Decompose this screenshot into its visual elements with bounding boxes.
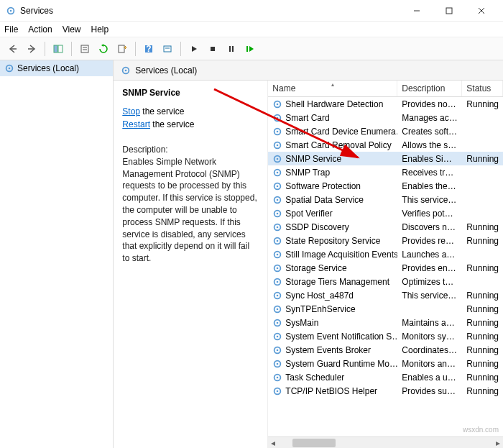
svg-point-49 [277,253,279,255]
svg-point-33 [277,144,279,146]
service-name: SSDP Discovery [285,222,349,232]
toolbar-separator [45,42,45,56]
service-row[interactable]: Smart Card Device Enumera…Creates soft… [268,124,503,138]
tree-root-node[interactable]: Services (Local) [0,60,113,76]
service-name: System Events Broker [285,345,371,355]
svg-point-53 [277,280,279,283]
service-name: SynTPEnhService [285,304,355,314]
service-row[interactable]: SysMainMaintains a…Running [268,316,503,329]
restart-button[interactable] [241,40,259,58]
svg-rect-18 [211,47,215,51]
svg-point-23 [9,68,11,70]
service-icon [272,291,282,301]
toolbar: ? [0,37,503,60]
service-row[interactable]: Smart CardManages ac… [268,111,503,124]
svg-rect-19 [229,46,231,52]
service-row[interactable]: Spot VerifierVerifies pote… [268,206,503,220]
service-status: Running [462,99,503,109]
svg-point-45 [277,226,279,228]
service-status: Running [462,332,503,342]
svg-point-29 [277,116,279,119]
service-row[interactable]: Still Image Acquisition EventsLaunches a… [268,247,503,261]
svg-rect-20 [232,46,234,52]
service-status: Running [462,345,503,355]
service-row[interactable]: SynTPEnhServiceRunning [268,302,503,316]
selected-service-title: SNMP Service [122,88,259,98]
service-row[interactable]: Storage ServiceProvides en…Running [268,261,503,275]
svg-point-25 [125,69,127,71]
service-desc: Monitors an… [397,359,462,369]
svg-point-65 [277,362,279,365]
service-row[interactable]: System Guard Runtime Mo…Monitors an…Runn… [268,357,503,370]
stop-button[interactable] [204,40,221,58]
export-button[interactable] [114,40,131,58]
service-status: Running [462,372,503,383]
service-row[interactable]: System Event Notification S…Monitors sy…… [268,329,503,343]
service-icon [272,222,282,232]
menu-help[interactable]: Help [91,24,109,35]
service-name: Spatial Data Service [285,195,364,205]
menu-view[interactable]: View [63,24,81,35]
service-desc: Enables the … [397,181,462,191]
svg-point-39 [277,185,279,187]
service-name: SNMP Service [285,154,341,164]
maximize-button[interactable] [433,0,465,22]
service-row[interactable]: Software ProtectionEnables the … [268,179,503,193]
refresh-button[interactable] [95,40,112,58]
service-row[interactable]: Sync Host_a487dThis service …Running [268,288,503,302]
service-row[interactable]: SNMP TrapReceives tra… [268,165,503,179]
horizontal-scrollbar[interactable]: ◂ ▸ [268,436,503,448]
service-name: Still Image Acquisition Events [285,250,397,260]
service-row[interactable]: Shell Hardware DetectionProvides no…Runn… [268,97,503,111]
manage-button[interactable] [159,40,176,58]
back-button[interactable] [4,40,22,58]
pause-button[interactable] [223,40,240,58]
forward-button[interactable] [23,40,40,58]
service-list[interactable]: Shell Hardware DetectionProvides no…Runn… [268,97,503,436]
service-status: Running [462,318,503,328]
service-name: Spot Verifier [285,209,332,219]
service-row[interactable]: System Events BrokerCoordinates…Running [268,343,503,357]
service-row[interactable]: Storage Tiers ManagementOptimizes t… [268,275,503,288]
service-list-column: ▴Name Description Status Shell Hardware … [268,81,503,448]
service-name: Sync Host_a487d [285,291,354,301]
svg-point-55 [277,294,279,296]
show-hide-tree-button[interactable] [50,40,67,58]
close-button[interactable] [465,0,497,22]
service-icon [272,359,282,369]
service-row[interactable]: SNMP ServiceEnables Sim…Running [268,152,503,165]
column-description[interactable]: Description [397,81,462,96]
svg-point-35 [277,157,279,160]
svg-rect-16 [164,46,171,52]
minimize-button[interactable] [400,0,433,22]
restart-link[interactable]: Restart [122,119,150,129]
service-name: SysMain [285,318,318,328]
service-row[interactable]: TCP/IP NetBIOS HelperProvides su…Running [268,384,503,398]
service-desc: Maintains a… [397,318,462,328]
menu-file[interactable]: File [4,24,18,35]
scroll-right-icon[interactable]: ▸ [493,438,503,448]
start-button[interactable] [185,40,203,58]
menu-bar: File Action View Help [0,22,503,37]
stop-link[interactable]: Stop [122,106,140,116]
service-row[interactable]: Smart Card Removal PolicyAllows the s… [268,138,503,152]
service-actions: Stop the service Restart the service [122,105,259,131]
scroll-left-icon[interactable]: ◂ [268,438,278,448]
service-icon [272,277,282,287]
toolbar-separator [71,42,72,56]
service-row[interactable]: Spatial Data ServiceThis service … [268,193,503,206]
properties-button[interactable] [76,40,93,58]
service-name: Task Scheduler [285,372,344,383]
column-name[interactable]: ▴Name [268,81,397,96]
svg-point-59 [277,321,279,324]
svg-rect-8 [54,45,57,52]
service-row[interactable]: Task SchedulerEnables a us…Running [268,370,503,384]
service-row[interactable]: State Repository ServiceProvides re…Runn… [268,234,503,247]
service-row[interactable]: SSDP DiscoveryDiscovers n…Running [268,220,503,234]
service-status: Running [462,359,503,369]
help-button[interactable]: ? [140,40,157,58]
column-status[interactable]: Status [462,81,503,96]
menu-action[interactable]: Action [28,24,52,35]
scrollbar-thumb[interactable] [292,439,336,447]
content-area: SNMP Service Stop the service Restart th… [114,81,503,448]
